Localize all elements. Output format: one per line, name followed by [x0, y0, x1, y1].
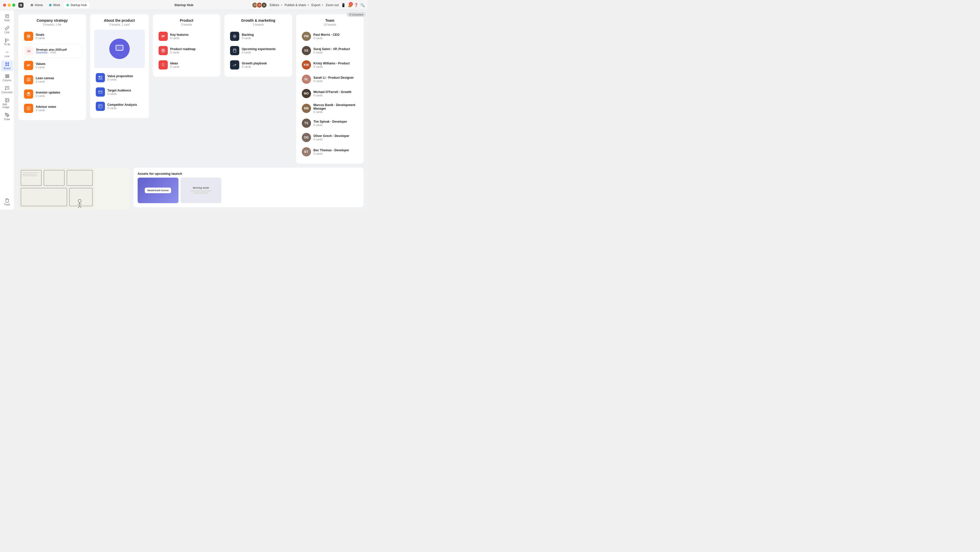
tab-startup-hub[interactable]: Startup Hub	[64, 2, 89, 8]
avatar-3: S	[261, 2, 267, 8]
svg-line-78	[80, 203, 81, 205]
topbar-icons: 📱 🔔 21 ❓ 🔍	[341, 3, 364, 7]
zoom-out-button[interactable]: Zoom out	[326, 3, 339, 7]
board-item-ideas[interactable]: Ideas 0 cards	[157, 58, 216, 72]
svg-rect-13	[5, 62, 6, 64]
advisor-notes-info: Advisor notes 0 cards	[36, 105, 80, 112]
minimize-button[interactable]	[8, 3, 11, 6]
team-item-suraj-sahni[interactable]: SS Suraj Sahni - VP, Product 0 cards	[300, 44, 360, 57]
board-item-values[interactable]: Values 0 cards	[22, 59, 82, 72]
team-item-kristy-williams[interactable]: KW Kristy Williams - Product 0 cards	[300, 58, 360, 72]
device-icon[interactable]: 📱	[341, 3, 345, 7]
columns-wrapper: Company strategy 5 boards, 1 file Goals …	[18, 14, 364, 164]
board-item-key-features[interactable]: Key features 0 cards	[157, 30, 216, 43]
value-prop-info: Value proposition 0 cards	[108, 74, 143, 81]
sidebar-item-link[interactable]: Link	[1, 24, 13, 35]
competitor-analysis-info: Competitor Analysis 0 cards	[108, 103, 143, 110]
team-item-michael-ofarrell[interactable]: MO Michael O'Farrell - Growth 0 cards	[300, 87, 360, 100]
svg-rect-11	[5, 41, 6, 42]
sidebar-item-line[interactable]: Line	[1, 48, 13, 59]
sidebar-item-column[interactable]: Column	[1, 72, 13, 83]
investor-updates-icon	[24, 89, 33, 99]
svg-line-80	[80, 206, 81, 208]
team-item-bec-thomas[interactable]: BT Bec Thomas - Developer 0 cards	[300, 145, 360, 158]
board-item-growth-playbook[interactable]: Growth playbook 0 cards	[229, 58, 288, 72]
svg-rect-47	[100, 78, 102, 80]
board-item-product-roadmap[interactable]: Product roadmap 0 cards	[157, 44, 216, 57]
launch-card: Assets for upcoming launch MasterCard Co…	[134, 168, 364, 207]
bottom-section: Assets for upcoming launch MasterCard Co…	[18, 168, 364, 209]
sketch-area	[18, 168, 129, 209]
column-growth-marketing: Growth & marketing 3 boards Backlog 0 ca…	[224, 14, 292, 77]
product-roadmap-info: Product roadmap 0 cards	[170, 47, 215, 54]
svg-rect-18	[6, 75, 8, 78]
board-item-goals[interactable]: Goals 0 cards	[22, 30, 82, 43]
avatar-bec-thomas: BT	[302, 147, 311, 156]
team-item-paul-morris[interactable]: PM Paul Morris - CEO 0 cards	[300, 30, 360, 43]
svg-rect-15	[5, 65, 6, 66]
board-item-lean-canvas[interactable]: Lean canvas 0 cards	[22, 73, 82, 86]
svg-rect-73	[21, 188, 67, 206]
board-item-target-audience[interactable]: Target Audience 0 cards	[94, 85, 145, 99]
svg-rect-45	[100, 76, 102, 77]
file-strategic-plan[interactable]: PDF Strategic plan 2020.pdf Download - 4…	[22, 44, 82, 58]
svg-point-60	[162, 63, 164, 65]
board-item-investor-updates[interactable]: Investor updates 0 cards	[22, 88, 82, 101]
board-item-upcoming-experiments[interactable]: Upcoming experiments 0 cards	[229, 44, 288, 57]
team-item-tim-spivak[interactable]: TS Tim Spivak - Developer 0 cards	[300, 116, 360, 130]
tab-work[interactable]: Work	[46, 2, 63, 8]
team-item-sarah-li[interactable]: SL Sarah Li - Product Designer 0 cards	[300, 73, 360, 86]
editor-avatars: P K S	[252, 2, 267, 8]
column-team: Team 10 boards PM Paul Morris - CEO 0 ca…	[296, 14, 364, 164]
sidebar-item-todo[interactable]: To-do	[1, 36, 13, 47]
tab-home[interactable]: Home	[28, 2, 45, 8]
svg-point-24	[6, 99, 6, 100]
sidebar-item-comment[interactable]: Comment	[1, 85, 13, 95]
column-growth-header: Growth & marketing 3 boards	[229, 18, 288, 26]
toolbar-right: P K S Editors ▾ Publish & share ▾ Export…	[252, 2, 364, 8]
kristy-williams-info: Kristy Williams - Product 0 cards	[313, 62, 350, 68]
close-button[interactable]	[3, 3, 6, 6]
svg-rect-14	[7, 62, 9, 64]
svg-rect-46	[99, 78, 100, 80]
search-icon[interactable]: 🔍	[360, 3, 364, 7]
column-product-header: Product 3 boards	[157, 18, 216, 26]
launch-image-1: MasterCard Course	[138, 178, 178, 203]
svg-rect-1	[21, 4, 22, 5]
export-button[interactable]: Export ▾	[312, 3, 323, 7]
column-product: Product 3 boards Key features 0 cards	[153, 14, 221, 77]
file-info: Strategic plan 2020.pdf Download - 4 KB	[36, 48, 67, 54]
help-icon[interactable]: ❓	[354, 3, 358, 7]
product-roadmap-icon	[159, 46, 168, 55]
sidebar-item-add-image[interactable]: Add image	[1, 96, 13, 110]
svg-point-63	[233, 35, 236, 38]
sidebar-item-trash[interactable]: Trash	[1, 196, 13, 207]
publish-share-button[interactable]: Publish & share ▾	[285, 3, 309, 7]
key-features-icon	[159, 32, 168, 41]
editors-button[interactable]: Editors ▾	[270, 3, 282, 7]
board-item-value-prop[interactable]: Value proposition 0 cards	[94, 71, 145, 85]
value-prop-icon	[96, 73, 105, 82]
tim-spivak-info: Tim Spivak - Developer 0 cards	[313, 120, 347, 126]
export-chevron: ▾	[322, 3, 323, 6]
traffic-lights	[3, 3, 15, 6]
board-item-advisor-notes[interactable]: Advisor notes 0 cards	[22, 102, 82, 115]
svg-text:PDF: PDF	[27, 50, 31, 52]
fullscreen-button[interactable]	[12, 3, 15, 6]
bec-thomas-info: Bec Thomas - Developer 0 cards	[313, 148, 349, 155]
sidebar-item-board[interactable]: Board	[1, 60, 13, 71]
svg-rect-2	[20, 5, 21, 6]
sidebar-item-draw[interactable]: Draw	[1, 111, 13, 122]
board-item-competitor-analysis[interactable]: Competitor Analysis 0 cards	[94, 100, 145, 113]
team-item-oliver-grech[interactable]: OG Oliver Grech - Developer 0 cards	[300, 131, 360, 144]
board-item-backlog[interactable]: Backlog 0 cards	[229, 30, 288, 43]
team-item-marcus-banik[interactable]: MB Marcus Banik - Development Manager 0 …	[300, 101, 360, 115]
values-info: Values 0 cards	[36, 62, 80, 69]
title-bar: Home Work Startup Hub Startup Hub P K S …	[0, 0, 368, 10]
sidebar-item-note[interactable]: Note	[1, 12, 13, 23]
tab-home-dot	[31, 4, 33, 6]
svg-rect-48	[99, 91, 102, 94]
paul-morris-info: Paul Morris - CEO 0 cards	[313, 33, 340, 40]
publish-chevron: ▾	[308, 3, 309, 6]
product-circle-icon	[109, 38, 130, 59]
